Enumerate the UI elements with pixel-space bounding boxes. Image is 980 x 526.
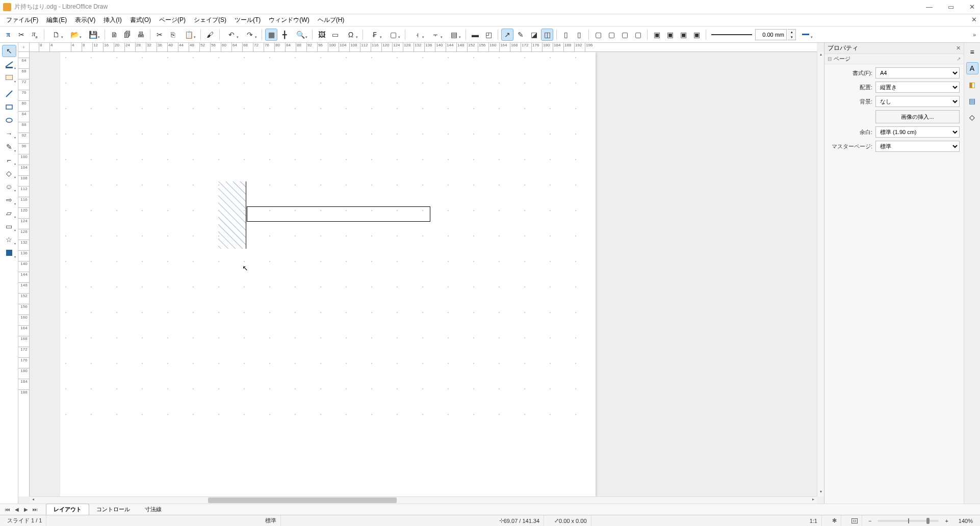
- cut-formula-icon[interactable]: ✂: [15, 29, 28, 41]
- insert-image-icon[interactable]: 🖼: [316, 29, 328, 41]
- align-center-button[interactable]: ⫟: [427, 29, 444, 41]
- basic-shapes-icon[interactable]: ◇: [2, 167, 16, 179]
- toolbar-overflow-icon[interactable]: »: [971, 32, 978, 38]
- grid-visible-icon[interactable]: ▦: [265, 29, 277, 41]
- group3-icon[interactable]: ▣: [677, 29, 689, 41]
- position1-icon[interactable]: ▢: [592, 29, 604, 41]
- status-zoom-value[interactable]: 140%: [955, 515, 977, 526]
- menu-edit[interactable]: 編集(E): [42, 14, 71, 26]
- menu-help[interactable]: ヘルプ(H): [314, 14, 349, 26]
- crop-icon[interactable]: ◰: [482, 29, 495, 41]
- sidebar-section-more-icon[interactable]: ↗: [957, 56, 961, 62]
- redo-button[interactable]: ↷: [241, 29, 259, 41]
- callout-shapes-icon[interactable]: ▭: [2, 220, 16, 232]
- flowchart-shapes-icon[interactable]: ▱: [2, 207, 16, 219]
- line-tool-icon[interactable]: [2, 88, 16, 100]
- export-pdf-icon[interactable]: 🗎: [108, 29, 120, 41]
- menu-insert[interactable]: 挿入(I): [99, 14, 125, 26]
- page-orientation-select[interactable]: 縦置き: [875, 82, 960, 93]
- sidebar-tab-menu-icon[interactable]: ≡: [966, 46, 978, 58]
- curve-tool-icon[interactable]: ✎: [2, 141, 16, 153]
- line-color-button[interactable]: [797, 29, 814, 41]
- symbol-shapes-icon[interactable]: ☺: [2, 180, 16, 193]
- wall-hatching-shape[interactable]: [218, 181, 246, 249]
- sidebar-tab-navigator-icon[interactable]: ◇: [966, 111, 978, 123]
- menu-window[interactable]: ウィンドウ(W): [265, 14, 313, 26]
- new-document-button[interactable]: 🗋: [47, 29, 65, 41]
- glue-points-icon[interactable]: ✎: [514, 29, 527, 41]
- menu-shape[interactable]: シェイプ(S): [190, 14, 230, 26]
- horizontal-ruler[interactable]: 8448121620242832364044485256606468727680…: [30, 43, 817, 52]
- status-fit-icon[interactable]: [847, 515, 862, 526]
- group4-icon[interactable]: ▣: [690, 29, 703, 41]
- drawing-page[interactable]: ↖: [60, 52, 596, 496]
- sidebar-tab-gallery-icon[interactable]: ▤: [966, 95, 978, 107]
- zoom-in-icon[interactable]: +: [945, 518, 948, 524]
- group2-icon[interactable]: ▣: [664, 29, 676, 41]
- position4-icon[interactable]: ▢: [632, 29, 644, 41]
- insert-textbox-icon[interactable]: ▭: [329, 29, 341, 41]
- toggle-draw-icon[interactable]: ◫: [541, 29, 553, 41]
- line-width-spinner[interactable]: ▴▾: [788, 29, 796, 40]
- snap-guides-icon[interactable]: ╋: [278, 29, 291, 41]
- position2-icon[interactable]: ▢: [605, 29, 617, 41]
- zoom-out-icon[interactable]: −: [868, 518, 871, 524]
- group1-icon[interactable]: ▣: [651, 29, 663, 41]
- export-direct-icon[interactable]: 🗐: [121, 29, 134, 41]
- page-margin-select[interactable]: 標準 (1.90 cm): [875, 126, 960, 138]
- menu-view[interactable]: 表示(V): [71, 14, 99, 26]
- insert-image-button[interactable]: 画像の挿入...: [875, 110, 960, 123]
- page-background-select[interactable]: なし: [875, 96, 960, 107]
- tab-nav-last-icon[interactable]: ⏭: [31, 507, 40, 512]
- tab-nav-next-icon[interactable]: ▶: [21, 507, 31, 512]
- line-style-preview[interactable]: [711, 34, 752, 35]
- line-width-input[interactable]: [755, 29, 787, 40]
- canvas-viewport[interactable]: ↖: [30, 52, 817, 496]
- toggle-extrusion-icon[interactable]: ◪: [528, 29, 540, 41]
- clone-format-icon[interactable]: 🖌: [204, 29, 216, 41]
- menu-file[interactable]: ファイル(F): [2, 14, 42, 26]
- horizontal-scrollbar[interactable]: ◂ ▸: [30, 496, 817, 504]
- print-icon[interactable]: 🖶: [135, 29, 147, 41]
- menu-format[interactable]: 書式(O): [126, 14, 155, 26]
- undo-button[interactable]: ↶: [223, 29, 240, 41]
- formula-text-icon[interactable]: πa: [29, 29, 41, 41]
- cantilever-beam-shape[interactable]: [247, 206, 430, 222]
- minimize-button[interactable]: —: [924, 3, 935, 11]
- paste-button[interactable]: 📋: [180, 29, 197, 41]
- page-format-select[interactable]: A4: [875, 67, 960, 78]
- connector-tool-icon[interactable]: ⌐: [2, 154, 16, 166]
- vertical-scrollbar[interactable]: ▴ ▾: [817, 52, 824, 496]
- select-tool-icon[interactable]: ↖: [2, 45, 16, 57]
- layer-tab-controls[interactable]: コントロール: [89, 504, 138, 515]
- star-shapes-icon[interactable]: ☆: [2, 233, 16, 246]
- distribute2-icon[interactable]: ▯: [573, 29, 585, 41]
- distribute1-icon[interactable]: ▯: [560, 29, 572, 41]
- arrow-shapes-icon[interactable]: ⇨: [2, 194, 16, 206]
- close-document-icon[interactable]: ✕: [971, 16, 977, 23]
- line-color-tool-icon[interactable]: [2, 58, 16, 70]
- ruler-origin[interactable]: +: [18, 43, 30, 52]
- shadow-icon[interactable]: ▬: [469, 29, 481, 41]
- maximize-button[interactable]: ▭: [946, 3, 956, 11]
- tab-nav-first-icon[interactable]: ⏮: [3, 507, 12, 512]
- status-scale[interactable]: 1:1: [806, 515, 822, 526]
- 3d-shapes-icon[interactable]: [2, 247, 16, 259]
- copy-icon[interactable]: ⎘: [167, 29, 179, 41]
- position3-icon[interactable]: ▢: [618, 29, 631, 41]
- layer-tab-layout[interactable]: レイアウト: [46, 504, 89, 515]
- save-document-button[interactable]: 💾: [84, 29, 101, 41]
- close-button[interactable]: ✕: [967, 3, 977, 11]
- page-master-select[interactable]: 標準: [875, 141, 960, 152]
- menu-tools[interactable]: ツール(T): [230, 14, 265, 26]
- sidebar-tab-properties-icon[interactable]: A: [966, 62, 978, 74]
- status-unsaved-icon[interactable]: ✻: [828, 515, 841, 526]
- arrow-tool-icon[interactable]: →: [2, 127, 16, 140]
- formula-pi-icon[interactable]: π: [2, 29, 14, 41]
- toggle-point-edit-icon[interactable]: ↗: [501, 29, 513, 41]
- cut-icon[interactable]: ✂: [153, 29, 166, 41]
- zoom-button[interactable]: 🔍: [292, 29, 309, 41]
- zoom-slider[interactable]: [878, 520, 939, 522]
- fill-color-tool-icon[interactable]: [2, 71, 16, 84]
- fontwork-button[interactable]: ₣: [366, 29, 383, 41]
